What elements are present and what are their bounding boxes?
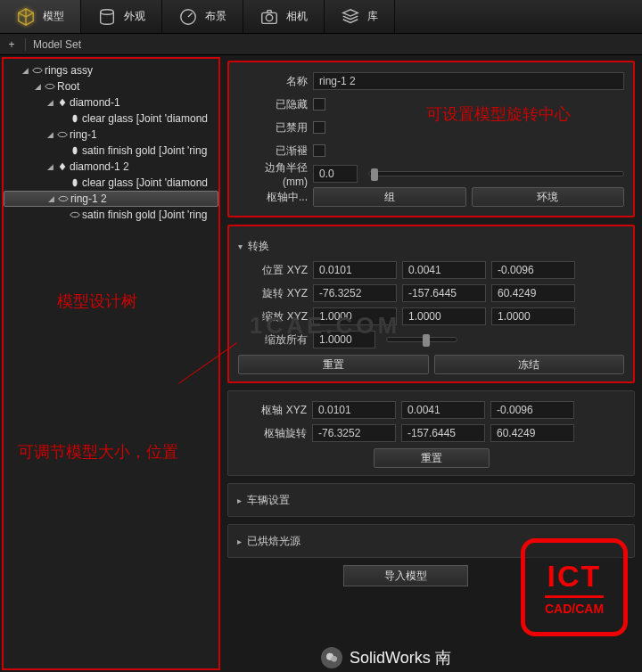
camera-icon — [259, 7, 279, 27]
footer: SolidWorks 南 — [321, 647, 451, 668]
tree-item-selected[interactable]: ◢ring-1 2 — [4, 191, 218, 207]
tab-layout[interactable]: 布景 — [162, 0, 243, 33]
scale-z[interactable] — [491, 307, 575, 325]
tree-item[interactable]: ◢ring-1 — [4, 127, 218, 143]
sub-bar: + Model Set — [0, 34, 642, 55]
name-label: 名称 — [238, 74, 308, 89]
group-button[interactable]: 组 — [313, 187, 466, 207]
pivot-y[interactable] — [401, 401, 485, 419]
faded-label: 已渐褪 — [238, 143, 308, 159]
scale-label: 缩放 XYZ — [238, 309, 308, 324]
pivot-center-label: 枢轴中... — [238, 190, 308, 205]
tab-label: 相机 — [286, 9, 308, 24]
tree-item[interactable]: ◢diamond-1 — [4, 94, 218, 111]
import-model-button[interactable]: 导入模型 — [343, 565, 468, 586]
svg-point-6 — [73, 179, 78, 186]
radius-slider[interactable] — [368, 171, 624, 176]
svg-point-8 — [331, 656, 337, 662]
name-panel: 可设置模型旋转中心 名称 已隐藏 已禁用 已渐褪 边角半径 (mm) 枢轴中..… — [227, 61, 635, 217]
pos-x[interactable] — [313, 261, 397, 279]
model-tree: ◢rings assy ◢Root ◢diamond-1 clear glass… — [4, 62, 218, 223]
stack-icon — [341, 7, 360, 27]
tree-item[interactable]: ◢rings assy — [4, 62, 218, 78]
logo-small: CAD/CAM — [545, 595, 604, 616]
gauge-icon — [178, 7, 198, 27]
modelset-label[interactable]: Model Set — [33, 38, 81, 51]
pivot-z[interactable] — [490, 401, 574, 419]
hidden-label: 已隐藏 — [238, 97, 308, 112]
scale-x[interactable] — [313, 307, 397, 325]
rot-x[interactable] — [313, 284, 397, 302]
tree-item[interactable]: clear glass [Joint 'diamond — [4, 111, 218, 127]
tab-library[interactable]: 库 — [325, 0, 395, 33]
scale-all-slider[interactable] — [386, 337, 457, 342]
pivot-rot-z[interactable] — [490, 424, 574, 442]
pos-y[interactable] — [402, 261, 486, 279]
svg-point-4 — [73, 115, 78, 122]
tab-model[interactable]: 模型 — [0, 0, 81, 33]
pivot-panel: 枢轴 XYZ 枢轴旋转 重置 — [227, 390, 635, 476]
tab-label: 布景 — [205, 9, 226, 24]
rot-z[interactable] — [491, 284, 575, 302]
tree-item[interactable]: satin finish gold [Joint 'ring — [4, 207, 218, 223]
rot-y[interactable] — [402, 284, 486, 302]
disabled-label: 已禁用 — [238, 120, 308, 135]
scale-all-label: 缩放所有 — [238, 332, 308, 348]
scale-all-input[interactable] — [313, 331, 375, 348]
svg-point-0 — [101, 9, 114, 14]
pivot-rot-y[interactable] — [401, 424, 485, 442]
footer-text: SolidWorks 南 — [350, 647, 451, 668]
pivot-x[interactable] — [312, 401, 396, 419]
tab-appearance[interactable]: 外观 — [81, 0, 162, 33]
rot-label: 旋转 XYZ — [238, 286, 308, 301]
logo-big: ICT — [547, 559, 602, 594]
name-input[interactable] — [313, 72, 624, 90]
wechat-icon — [321, 647, 342, 668]
freeze-button[interactable]: 冻结 — [434, 355, 625, 374]
transform-header[interactable]: ▾转换 — [238, 234, 624, 258]
radius-input[interactable] — [313, 165, 358, 183]
divider — [25, 38, 26, 51]
cube-icon — [16, 7, 36, 27]
annotation-tree: 模型设计树 — [57, 291, 137, 312]
top-tab-bar: 模型 外观 布景 相机 库 — [0, 0, 642, 34]
tab-label: 外观 — [124, 9, 145, 24]
tree-item[interactable]: clear glass [Joint 'diamond — [4, 175, 218, 191]
transform-panel: ▾转换 位置 XYZ 旋转 XYZ 缩放 XYZ 缩放所有 重置 冻结 — [227, 225, 635, 383]
pivot-rot-x[interactable] — [312, 424, 396, 442]
ict-logo: ICT CAD/CAM — [521, 538, 628, 636]
pivot-reset-button[interactable]: 重置 — [374, 448, 490, 468]
svg-point-5 — [73, 147, 78, 154]
reset-button[interactable]: 重置 — [238, 355, 429, 374]
tab-label: 库 — [367, 9, 378, 24]
pos-label: 位置 XYZ — [238, 263, 308, 278]
add-button[interactable]: + — [5, 38, 18, 51]
tab-label: 模型 — [43, 9, 64, 24]
vehicle-section[interactable]: ▸车辆设置 — [227, 483, 635, 517]
tree-item[interactable]: ◢diamond-1 2 — [4, 159, 218, 175]
hidden-checkbox[interactable] — [313, 98, 325, 111]
tab-camera[interactable]: 相机 — [243, 0, 325, 33]
pos-z[interactable] — [491, 261, 575, 279]
tree-item[interactable]: satin finish gold [Joint 'ring — [4, 143, 218, 159]
svg-point-3 — [266, 14, 272, 20]
scale-y[interactable] — [402, 307, 486, 325]
env-button[interactable]: 环境 — [472, 187, 625, 207]
disabled-checkbox[interactable] — [313, 121, 325, 134]
tree-item[interactable]: ◢Root — [4, 78, 218, 94]
db-icon — [97, 7, 117, 27]
annotation-adjust: 可调节模型大小，位置 — [18, 441, 178, 463]
model-tree-panel: ◢rings assy ◢Root ◢diamond-1 clear glass… — [2, 57, 220, 670]
radius-label: 边角半径 (mm) — [238, 160, 308, 188]
faded-checkbox[interactable] — [313, 144, 325, 157]
